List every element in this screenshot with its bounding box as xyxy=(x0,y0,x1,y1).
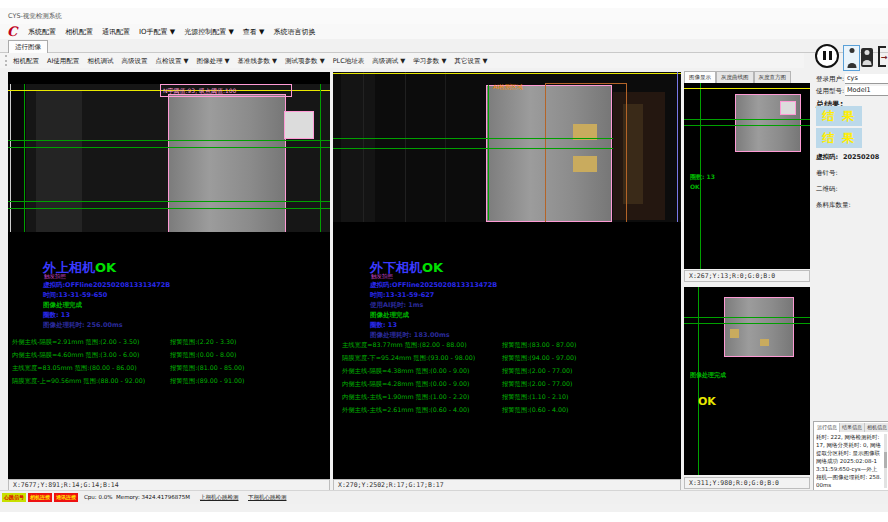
window-title: CYS-视觉检测系统 xyxy=(8,12,62,21)
measurement-text: 内侧主线-隔膜=4.28mm 范围:(0.00 - 9.00) xyxy=(342,380,470,387)
status-bar: 心跳信号 相机连接 通讯连接 Cpu: 0.0% Memory: 3424.41… xyxy=(0,490,888,504)
menu-item-language-switch[interactable]: 系统语言切换 xyxy=(273,27,315,37)
alarm-range-text: 报警范围:(0.00 - 8.00) xyxy=(170,351,237,360)
menu-item-camera-config[interactable]: 相机配置 xyxy=(65,27,93,37)
alarm-range-text: 报警范围:(2.00 - 77.00) xyxy=(502,380,573,389)
middle-loop-count: 圈数: 13 xyxy=(370,321,397,330)
alarm-range-text: 报警范围:(89.00 - 91.00) xyxy=(170,377,245,386)
left-loop-count: 圈数: 13 xyxy=(43,311,70,320)
tool-learning-params[interactable]: 学习参数 ▼ xyxy=(413,57,446,66)
left-barcode: 虚拟码:OFFline2025020813313472B xyxy=(43,281,170,290)
measurement-text: 主线宽度=83.77mm 范围:(82.00 - 88.00) xyxy=(342,341,467,348)
ai-region-label: AI检测区域 xyxy=(493,83,523,92)
info-tab-run[interactable]: 运行信息 xyxy=(815,423,840,432)
menu-item-comm-config[interactable]: 通讯配置 xyxy=(102,27,130,37)
menu-item-system-config[interactable]: 系统配置 xyxy=(28,27,56,37)
title-bar: CYS-视觉检测系统 xyxy=(0,8,888,24)
lower-camera-heartbeat-link[interactable]: 下相机心跳检测 xyxy=(248,494,287,501)
measurement-row: 内侧主线-隔膜=4.28mm 范围:(0.00 - 9.00)报警范围:(2.0… xyxy=(342,380,680,389)
exit-button[interactable]: → xyxy=(876,45,888,69)
memory-usage-text: Memory: 3424.41796875M xyxy=(116,494,190,500)
aux-camera-view-1[interactable]: 圈数: 13 OK xyxy=(684,83,810,269)
measurement-text: 隔膜宽度-上=90.56mm 范围:(88.00 - 92.00) xyxy=(12,377,145,384)
pause-button[interactable] xyxy=(815,44,839,68)
ai-detection-region xyxy=(545,83,627,222)
tool-camera-config[interactable]: 相机配置 xyxy=(13,57,39,66)
tool-other-settings[interactable]: 其它设置 ▼ xyxy=(454,57,487,66)
tool-plc-address-table[interactable]: PLC地址表 xyxy=(333,57,365,66)
aux2-coord-bar: X:311;Y:980;R:0;G:0;B:0 xyxy=(684,477,810,489)
login-user-button[interactable] xyxy=(843,45,860,71)
user-icon xyxy=(844,46,859,70)
tab-run-image[interactable]: 运行图像 xyxy=(8,40,48,53)
tool-advanced-settings[interactable]: 高级设置 xyxy=(121,57,147,66)
info-tab-result[interactable]: 结果信息 xyxy=(840,423,865,432)
tool-image-processing[interactable]: 图像处理 ▼ xyxy=(196,57,229,66)
tool-test-params[interactable]: 测试项参数 ▼ xyxy=(285,57,325,66)
view-tab-strip: 运行图像 xyxy=(0,39,888,53)
middle-process-done: 图像处理完成 xyxy=(370,311,409,320)
run-info-box: 运行信息 结果信息 相机信息 耗时: 222, 网络检测耗时: 17, 网络分类… xyxy=(813,421,888,492)
virtual-code-value: 20250208 xyxy=(843,153,879,161)
tool-advanced-debug[interactable]: 高级调试 ▼ xyxy=(372,57,405,66)
control-sidebar: → 登录用户: cys 使用型号: Model1 总结果: 结 果 结 果 虚拟… xyxy=(813,40,888,490)
aux-tab-gray-histogram[interactable]: 灰度直方图 xyxy=(754,71,792,83)
alarm-range-text: 报警范围:(83.00 - 87.00) xyxy=(502,341,577,350)
left-camera-status: OK xyxy=(95,260,116,275)
model-field[interactable]: Model1 xyxy=(845,86,888,96)
measurement-row: 外侧主线-隔膜=2.91mm 范围:(2.00 - 3.50)报警范围:(2.2… xyxy=(12,338,328,347)
menu-item-io-config[interactable]: IO手配置 ▼ xyxy=(139,27,175,37)
measurement-text: 外侧主线-隔膜=2.91mm 范围:(2.00 - 3.50) xyxy=(12,338,140,345)
virtual-code-label: 虚拟码: xyxy=(816,153,838,162)
connector-part xyxy=(284,111,314,139)
left-camera-view[interactable]: N字阈值:93, 吸点阈值:100 外上相机OK 触发拍照 虚拟码:OFFlin… xyxy=(8,72,330,479)
menu-item-light-config[interactable]: 光源控制配置 ▼ xyxy=(184,27,234,37)
tool-spot-check[interactable]: 点检设置 ▼ xyxy=(155,57,188,66)
aux-tab-image-display[interactable]: 图像显示 xyxy=(684,71,716,83)
measurement-text: 外侧主线-隔膜=4.38mm 范围:(0.00 - 9.00) xyxy=(342,367,470,374)
model-label: 使用型号: xyxy=(816,87,844,96)
left-time: 时间:13-31-59-650 xyxy=(43,291,107,300)
login-user-field[interactable]: cys xyxy=(845,74,888,84)
tool-camera-debug[interactable]: 相机调试 xyxy=(87,57,113,66)
alarm-range-text: 报警范围:(94.00 - 97.00) xyxy=(502,354,577,363)
upper-camera-heartbeat-link[interactable]: 上相机心跳检测 xyxy=(200,494,239,501)
tool-baseline-params[interactable]: 基准线参数 ▼ xyxy=(238,57,278,66)
toolbar-grip-icon[interactable] xyxy=(5,55,9,66)
alarm-range-text: 报警范围:(0.60 - 4.00) xyxy=(502,406,569,415)
middle-camera-view[interactable]: AI检测区域 外下相机OK 触发拍照 虚拟码:OFFline2025020813… xyxy=(333,72,681,479)
info-tab-camera[interactable]: 相机信息 xyxy=(865,423,888,432)
measurement-text: 主线宽度=83.05mm 范围:(80.00 - 86.00) xyxy=(12,364,137,371)
aux1-overlay-ok: OK xyxy=(690,183,700,190)
aux-tab-strip: 图像显示 灰度曲线图 灰度直方图 xyxy=(684,71,791,83)
measurement-text: 隔膜宽度-下=95.24mm 范围:(93.00 - 98.00) xyxy=(342,354,475,361)
measurement-row: 主线宽度=83.05mm 范围:(80.00 - 86.00)报警范围:(81.… xyxy=(12,364,328,373)
alarm-range-text: 报警范围:(81.00 - 85.00) xyxy=(170,364,245,373)
left-process-time: 图像处理耗时: 256.00ms xyxy=(43,321,123,330)
middle-time: 时间:13-31-59-627 xyxy=(370,291,434,300)
operator-button[interactable] xyxy=(861,48,873,67)
result-box-2: 结 果 xyxy=(816,128,862,148)
measurement-row: 内侧主线-隔膜=4.60mm 范围:(3.00 - 6.00)报警范围:(0.0… xyxy=(12,351,328,360)
cpu-usage-text: Cpu: 0.0% xyxy=(84,494,112,500)
info-tab-strip: 运行信息 结果信息 相机信息 xyxy=(815,423,888,432)
needle-number-label: 卷针号: xyxy=(816,169,838,178)
alarm-range-text: 报警范围:(2.00 - 77.00) xyxy=(502,367,573,376)
middle-camera-photo: AI检测区域 xyxy=(333,72,681,222)
left-camera-photo: N字阈值:93, 吸点阈值:100 xyxy=(8,84,330,232)
aux2-ok-label: OK xyxy=(698,395,716,408)
aux-tab-gray-curve[interactable]: 灰度曲线图 xyxy=(716,71,754,83)
aux1-overlay-line: 圈数: 13 xyxy=(690,173,715,182)
aux-camera-view-2[interactable]: 图像处理完成 OK xyxy=(684,287,810,475)
menu-item-view[interactable]: 查看 ▼ xyxy=(243,27,265,37)
middle-process-time: 图像处理耗时: 183.00ms xyxy=(370,331,450,340)
stock-count-label: 条料库数量: xyxy=(816,201,851,210)
log-scrollbar[interactable] xyxy=(884,434,887,488)
tool-ai-usage-config[interactable]: AI使用配置 xyxy=(47,57,79,66)
result-box-1: 结 果 xyxy=(816,106,862,126)
login-user-label: 登录用户: xyxy=(816,75,844,84)
heartbeat-status-badge: 心跳信号 xyxy=(2,493,26,502)
middle-camera-status: OK xyxy=(422,260,443,275)
measurement-text: 外侧主线-主线=2.61mm 范围:(0.60 - 4.00) xyxy=(342,406,470,413)
left-trigger-note: 触发拍照 xyxy=(44,273,66,280)
